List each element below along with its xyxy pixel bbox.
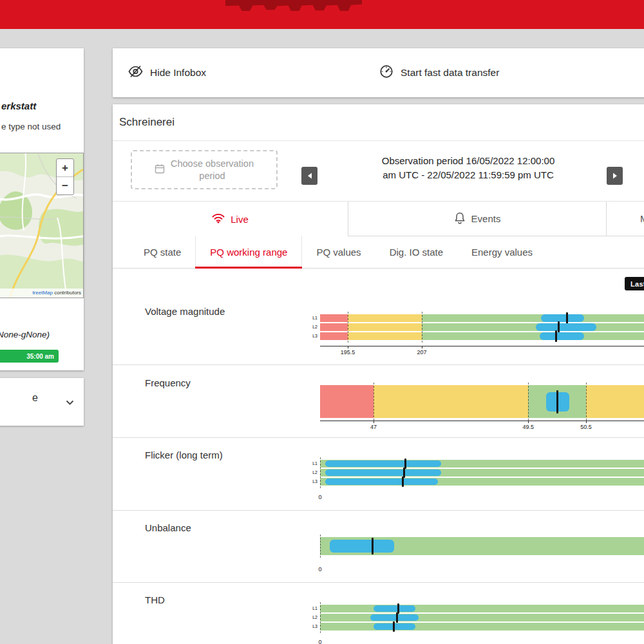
last-update-badge: 35:00 am (0, 350, 59, 363)
chart-row-label: THD (145, 594, 165, 605)
zone-green (320, 605, 644, 612)
hide-infobox-label: Hide Infobox (150, 67, 206, 79)
map[interactable]: + − treetMap contributors (0, 153, 84, 298)
subtab-dig-io-state[interactable]: Dig. IO state (375, 236, 457, 268)
chart-area: L1L2L3195.5207 (320, 298, 644, 365)
axis-tick (528, 421, 529, 423)
axis-tick (586, 421, 587, 423)
zone-boundary (422, 312, 422, 343)
tab-live[interactable]: Live (113, 202, 348, 236)
median-marker (402, 477, 404, 487)
phase-label: L1 (307, 314, 317, 322)
subtab-pq-working-range[interactable]: PQ working range (195, 236, 302, 268)
chart-bars (320, 385, 644, 418)
zone-boundary (320, 535, 321, 558)
measurement-panel: Schreinerei Choose observation period Ob… (113, 104, 644, 644)
zoom-in-button[interactable]: + (57, 159, 73, 176)
zone-red (320, 385, 374, 418)
axis-tick (374, 421, 374, 423)
chart-row-flicker-long-term: Flicker (long term)L1L2L30 (113, 438, 644, 511)
phase-label: L3 (307, 623, 317, 630)
axis-tick-label: 0 (318, 566, 321, 573)
chart-area: L1L2L30 (320, 583, 644, 644)
value-range-candle (325, 478, 438, 485)
chart-bars: L1L2L3 (320, 314, 644, 340)
fast-data-transfer-label: Start fast data transfer (401, 67, 499, 79)
chart-area: 0 (320, 511, 644, 582)
hide-infobox-button[interactable]: Hide Infobox (128, 48, 206, 97)
zone-red (320, 314, 348, 322)
phase-label: L1 (307, 460, 317, 468)
chart-area: L1L2L30 (320, 438, 644, 510)
axis-tick-label: 47 (370, 424, 377, 430)
gridvis-dashboard: erkstatt e type not used + − tre (0, 0, 644, 644)
main-tabs: Live Events M (113, 201, 644, 236)
zone-red (320, 332, 348, 340)
subtab-pq-values[interactable]: PQ values (302, 236, 375, 268)
bell-icon (454, 212, 466, 226)
zone-yellow (348, 332, 422, 340)
median-marker (396, 612, 398, 623)
chart-bar: L3 (320, 332, 644, 340)
zone-green (422, 332, 644, 340)
zone-boundary (374, 383, 374, 421)
value-range-candle (370, 614, 419, 621)
next-period-button[interactable] (607, 167, 623, 185)
median-marker (566, 312, 568, 324)
zoom-out-button[interactable]: − (57, 176, 73, 194)
zone-green (422, 323, 644, 331)
map-attribution-link[interactable]: treetMap (32, 290, 53, 296)
subtab-energy-values[interactable]: Energy values (457, 236, 547, 268)
fast-data-transfer-button[interactable]: Start fast data transfer (379, 48, 499, 97)
observation-period-line-1: Observation period 16/05/2022 12:00:00 (339, 154, 597, 168)
choose-observation-period-button[interactable]: Choose observation period (131, 150, 278, 189)
chart-row-unbalance: Unbalance0 (113, 511, 644, 583)
charts: Voltage magnitudeL1L2L3195.5207Frequency… (113, 298, 644, 644)
chevron-down-icon (66, 396, 74, 408)
chart-bar: L1 (320, 460, 644, 468)
zone-boundary (320, 602, 321, 633)
chart-bar (320, 537, 644, 555)
median-marker (555, 330, 557, 342)
axis-tick-label: 0 (318, 639, 321, 644)
value-range-candle (540, 332, 584, 340)
chart-bar (320, 385, 644, 418)
chart-bar: L2 (320, 614, 644, 621)
zone-yellow (586, 385, 644, 418)
chart-row-label: Flicker (long term) (145, 450, 223, 460)
value-range-candle (536, 323, 596, 331)
chart-row-label: Voltage magnitude (145, 306, 225, 317)
zone-green (320, 623, 644, 630)
device-selector[interactable]: e (0, 378, 84, 426)
gauge-icon (379, 64, 394, 82)
previous-period-button[interactable] (301, 167, 317, 185)
device-selector-value: e (32, 392, 38, 404)
tab-measurements-label: M (640, 213, 644, 224)
axis-tick-label: 207 (417, 349, 426, 355)
zone-yellow (348, 314, 422, 322)
tab-measurements[interactable]: M (607, 202, 644, 236)
zone-boundary (586, 383, 587, 421)
value-range-candle (325, 469, 441, 476)
phase-label: L2 (307, 469, 317, 477)
zone-boundary (320, 457, 321, 488)
choose-line-2: period (171, 170, 254, 182)
zone-red (320, 323, 348, 331)
observation-period-line-2: am UTC - 22/05/2022 11:59:59 pm UTC (339, 168, 597, 182)
median-marker (556, 390, 558, 413)
chart-bar: L2 (320, 323, 644, 331)
last-value-badge[interactable]: Last (625, 277, 644, 290)
chart-row-frequency: Frequency4749.550.5 (113, 365, 644, 438)
map-attribution: treetMap contributors (0, 289, 83, 298)
chart-row-label: Unbalance (145, 522, 191, 533)
tab-events[interactable]: Events (348, 202, 607, 236)
chart-axis (320, 346, 644, 346)
eye-off-icon (128, 64, 144, 81)
calendar-icon (155, 164, 165, 176)
device-info-panel: erkstatt e type not used + − tre (0, 48, 84, 370)
zone-green (422, 314, 644, 322)
chart-bars (320, 537, 644, 555)
axis-tick-label: 0 (318, 494, 321, 500)
subtab-pq-state[interactable]: PQ state (129, 236, 195, 268)
top-banner (0, 0, 644, 29)
